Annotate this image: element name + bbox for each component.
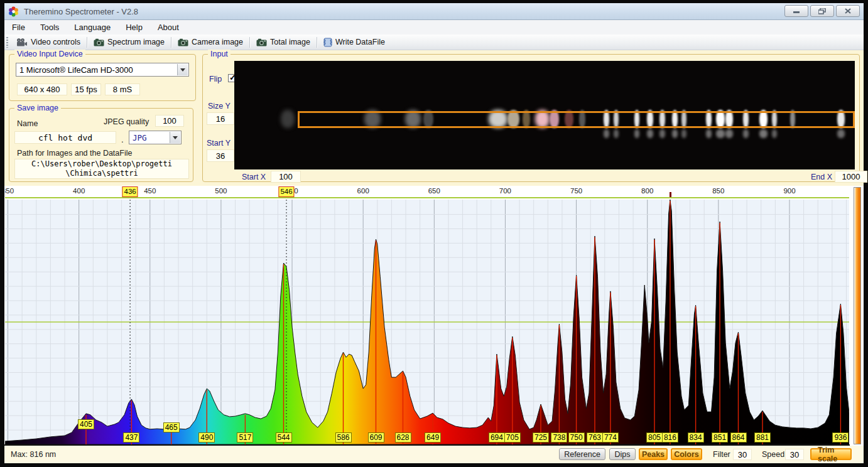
spectral-line-ghost [706, 129, 712, 138]
axis-tick-label: 400 [73, 187, 85, 195]
format-value: JPG [133, 133, 147, 142]
colors-button[interactable]: Colors [671, 448, 702, 460]
trim-scale-button[interactable]: Trim scale [810, 448, 852, 460]
video-device-value: 1 Microsoft® LifeCam HD-3000 [19, 65, 133, 75]
peak-label[interactable]: 864 [730, 432, 746, 443]
peak-label[interactable]: 490 [198, 432, 215, 443]
peak-label[interactable]: 705 [504, 432, 521, 443]
toolbar-separator [171, 37, 171, 48]
spectrum-plot[interactable]: 4054374654905175445866096286496947057257… [5, 200, 849, 444]
peak-label[interactable]: 750 [568, 432, 585, 443]
wavelength-axis: 3504004505005506006507007508008509004365… [5, 186, 849, 198]
peak-label[interactable]: 881 [754, 432, 771, 443]
toolbar-separator [249, 37, 250, 48]
peak-label[interactable]: 609 [367, 432, 384, 443]
menu-help[interactable]: Help [118, 21, 150, 34]
spectrum-image-button[interactable]: Spectrum image [89, 35, 170, 50]
total-image-button[interactable]: Total image [251, 35, 315, 50]
jpeg-quality-label: JPEG quality [104, 117, 149, 126]
toolbar-separator [87, 37, 87, 48]
spectral-line [281, 110, 295, 128]
filter-label: Filter [713, 450, 730, 459]
minimize-button[interactable] [784, 5, 808, 17]
peak-label[interactable]: 586 [335, 432, 351, 443]
menu-about[interactable]: About [150, 21, 187, 34]
menu-tools[interactable]: Tools [33, 21, 67, 34]
chevron-down-icon[interactable] [177, 64, 188, 75]
max-peak-marker [670, 192, 671, 197]
camera-preview[interactable] [234, 61, 855, 169]
menu-language[interactable]: Language [67, 21, 118, 34]
start-y-field[interactable]: 36 [207, 149, 234, 162]
dips-button[interactable]: Dips [609, 448, 636, 460]
camera-image-button[interactable]: Camera image [173, 35, 248, 50]
peak-label[interactable]: 405 [78, 419, 94, 429]
peak-label[interactable]: 805 [646, 432, 663, 443]
video-input-group: Video Input Device 1 Microsoft® LifeCam … [9, 54, 196, 101]
video-input-title: Video Input Device [14, 50, 85, 58]
resolution-button[interactable]: 640 x 480 [17, 83, 67, 95]
video-device-select[interactable]: 1 Microsoft® LifeCam HD-3000 [16, 63, 189, 77]
capture-region-outline[interactable] [298, 111, 855, 128]
peak-label[interactable]: 725 [533, 432, 549, 443]
toolbar-grip[interactable] [6, 37, 8, 48]
peak-label[interactable]: 465 [163, 422, 180, 432]
title-bar[interactable]: Theremino Spectrometer - V2.8 [4, 3, 864, 20]
peak-label[interactable]: 774 [602, 432, 619, 443]
peak-label[interactable]: 544 [275, 432, 291, 443]
speed-field[interactable]: 30 [785, 449, 804, 460]
format-select[interactable]: JPG [129, 131, 182, 144]
close-button[interactable] [836, 5, 860, 17]
peak-label[interactable]: 517 [237, 432, 253, 443]
dot-separator: . [121, 135, 124, 144]
chevron-down-icon[interactable] [170, 132, 180, 143]
peak-label[interactable]: 936 [832, 432, 849, 443]
path-line1: C:\Users\rober\Desktop\progetti [31, 159, 172, 169]
axis-tick-label: 700 [499, 187, 511, 195]
save-image-group: Save image Name JPEG quality 100 cfl hot… [9, 108, 193, 182]
size-y-field[interactable]: 16 [207, 112, 234, 125]
video-controls-button[interactable]: Video controls [11, 35, 85, 50]
peaks-button[interactable]: Peaks [639, 448, 668, 460]
filename-input[interactable]: cfl hot dvd [14, 131, 116, 144]
spectral-line-ghost [634, 129, 639, 138]
camera-icon [94, 38, 104, 46]
window-title: Theremino Spectrometer - V2.8 [24, 7, 138, 16]
axis-tick-label: 450 [144, 187, 156, 195]
fps-button[interactable]: 15 fps [71, 83, 101, 95]
calibration-label[interactable]: 436 [122, 186, 138, 197]
peak-label[interactable]: 694 [489, 432, 505, 443]
peak-label[interactable]: 834 [688, 432, 704, 443]
trim-scale-slider[interactable] [854, 187, 861, 444]
camera-icon [178, 38, 188, 46]
video-controls-label: Video controls [31, 38, 80, 46]
peak-label[interactable]: 763 [587, 432, 603, 443]
spectral-line-ghost [759, 129, 768, 138]
reference-button[interactable]: Reference [559, 448, 605, 460]
spectral-line-ghost [647, 129, 653, 138]
end-x-field[interactable]: 1000 [835, 171, 867, 183]
write-datafile-label: Write DataFile [335, 38, 385, 46]
peak-label[interactable]: 649 [425, 432, 441, 443]
restore-button[interactable] [810, 5, 834, 17]
peak-label[interactable]: 437 [123, 432, 139, 443]
spectrum-image-label: Spectrum image [107, 38, 165, 46]
axis-tick-label: 350 [5, 187, 14, 195]
calibration-label[interactable]: 546 [278, 186, 294, 197]
peak-label[interactable]: 851 [712, 432, 728, 443]
settings-area: Video Input Device 1 Microsoft® LifeCam … [4, 50, 864, 186]
path-field[interactable]: C:\Users\rober\Desktop\progetti \Chimica… [14, 159, 189, 179]
peak-label[interactable]: 628 [394, 432, 411, 443]
menu-bar: File Tools Language Help About [4, 20, 864, 35]
spectral-line-ghost [604, 129, 609, 138]
exposure-button[interactable]: 8 mS [105, 83, 140, 95]
camera-icon [256, 38, 267, 46]
menu-file[interactable]: File [4, 21, 33, 34]
spectral-line-ghost [614, 129, 619, 138]
peak-label[interactable]: 816 [662, 432, 678, 443]
filter-field[interactable]: 30 [733, 449, 752, 460]
write-datafile-button[interactable]: Write DataFile [318, 35, 390, 50]
jpeg-quality-field[interactable]: 100 [155, 115, 184, 127]
peak-label[interactable]: 738 [551, 432, 567, 443]
start-x-field[interactable]: 100 [271, 171, 301, 183]
